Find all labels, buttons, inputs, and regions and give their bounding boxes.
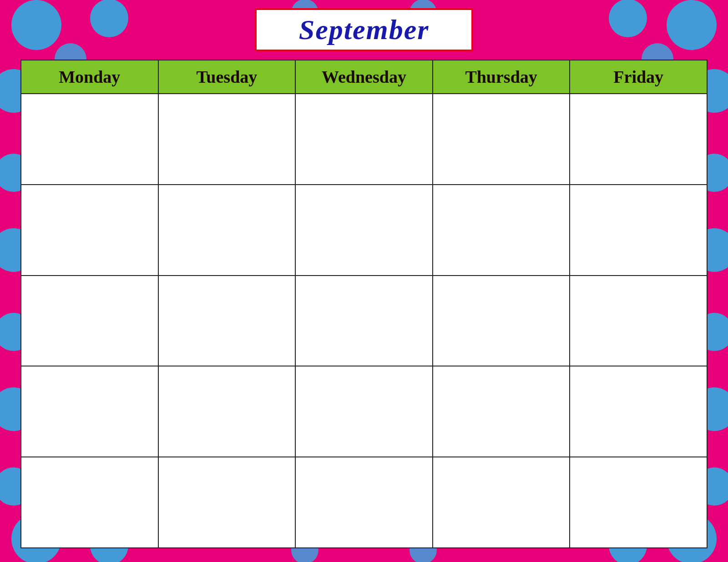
cell-w5-wed[interactable] [295,457,433,548]
cell-w1-thu[interactable] [433,94,570,185]
cell-w2-mon[interactable] [21,185,158,276]
cell-w3-mon[interactable] [21,276,158,366]
cell-w2-fri[interactable] [570,185,707,276]
header-thursday: Thursday [433,60,570,94]
cell-w5-fri[interactable] [570,457,707,548]
cell-w4-thu[interactable] [433,366,570,457]
table-row [21,366,707,457]
header-wednesday: Wednesday [295,60,433,94]
cell-w4-fri[interactable] [570,366,707,457]
table-row [21,185,707,276]
cell-w3-thu[interactable] [433,276,570,366]
calendar-table: Monday Tuesday Wednesday Thursday Friday [20,60,708,548]
cell-w1-mon[interactable] [21,94,158,185]
calendar-title: September [299,14,430,45]
cell-w1-wed[interactable] [295,94,433,185]
title-box: September [255,8,473,51]
cell-w1-tue[interactable] [158,94,296,185]
content-wrapper: September Monday Tuesday Wednesday Thurs… [0,0,728,562]
table-row [21,94,707,185]
cell-w4-tue[interactable] [158,366,296,457]
table-row [21,457,707,548]
header-friday: Friday [570,60,707,94]
cell-w5-thu[interactable] [433,457,570,548]
cell-w3-fri[interactable] [570,276,707,366]
cell-w5-tue[interactable] [158,457,296,548]
header-tuesday: Tuesday [158,60,296,94]
cell-w2-tue[interactable] [158,185,296,276]
cell-w3-tue[interactable] [158,276,296,366]
header-row: Monday Tuesday Wednesday Thursday Friday [21,60,707,94]
cell-w2-wed[interactable] [295,185,433,276]
cell-w5-mon[interactable] [21,457,158,548]
cell-w3-wed[interactable] [295,276,433,366]
cell-w4-wed[interactable] [295,366,433,457]
cell-w4-mon[interactable] [21,366,158,457]
cell-w2-thu[interactable] [433,185,570,276]
table-row [21,276,707,366]
header-monday: Monday [21,60,158,94]
cell-w1-fri[interactable] [570,94,707,185]
